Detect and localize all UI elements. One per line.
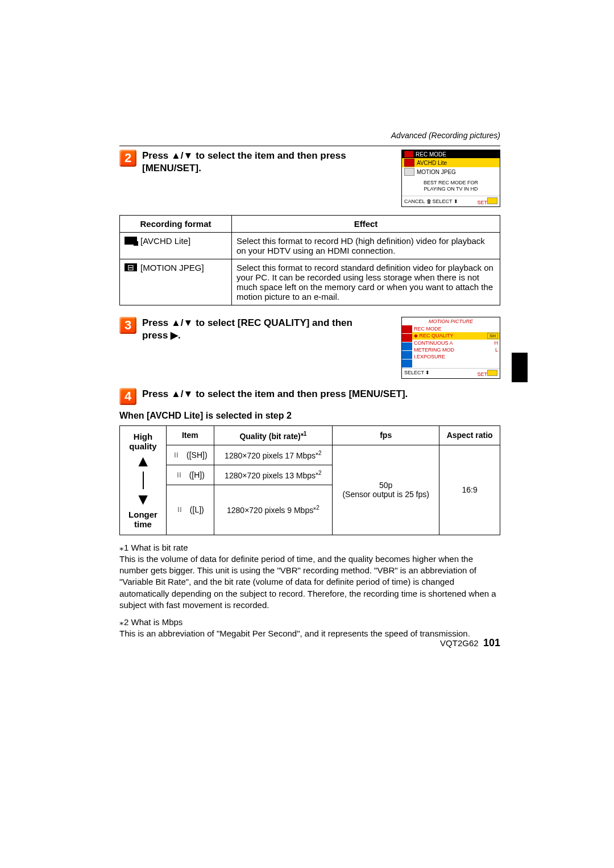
- manual-page: Advanced (Recording pictures) 2 Press ▲/…: [119, 131, 500, 649]
- item-cell: ([L]): [167, 485, 214, 535]
- note-label: ⁎2 What is Mbps: [119, 617, 500, 628]
- select-label: SELECT: [404, 370, 424, 375]
- effect-cell: Select this format to record HD (high de…: [232, 232, 500, 259]
- fps-cell: 50p (Sensor output is 25 fps): [333, 445, 439, 535]
- section-header: Advanced (Recording pictures): [119, 131, 500, 140]
- set-icon: [487, 370, 497, 376]
- footnotes: ⁎1 What is bit rate This is the volume o…: [119, 542, 500, 640]
- format-name: [MOTION JPEG]: [140, 263, 204, 272]
- step-text: Press ▲/▼ to select [REC QUALITY] and th…: [142, 317, 401, 342]
- note-label: ⁎1 What is bit rate: [119, 542, 500, 553]
- axis-bottom-label: Longer time: [122, 510, 164, 529]
- set-label: SET: [477, 200, 487, 205]
- step-3: 3 Press ▲/▼ to select [REC QUALITY] and …: [119, 317, 500, 379]
- desc-line: PLAYING ON TV IN HD: [424, 186, 478, 192]
- aspect-cell: 16:9: [439, 445, 500, 535]
- badge: H: [495, 340, 499, 346]
- effect-cell: Select this format to record standard de…: [232, 259, 500, 305]
- col-header: Aspect ratio: [439, 425, 500, 445]
- quality-table: Item Quality (bit rate)⁎1 fps Aspect rat…: [166, 425, 500, 535]
- menu-item: AVCHD Lite: [417, 160, 447, 166]
- select-label: SELECT: [433, 199, 453, 204]
- text: [MENU/SET].: [142, 163, 201, 173]
- down-arrow-icon: ▼: [135, 491, 151, 507]
- col-header: fps: [333, 425, 439, 445]
- avchd-icon: [404, 159, 414, 167]
- cancel-label: CANCEL: [404, 199, 425, 204]
- quality-table-wrap: High quality ▲ ▼ Longer time Item Qualit…: [119, 425, 500, 535]
- recording-format-table: Recording format Effect [AVCHD Lite] Sel…: [119, 215, 500, 305]
- sidebar-tab: [402, 342, 412, 350]
- item-cell: ([SH]): [167, 445, 214, 465]
- format-cell: [MOTION JPEG]: [120, 259, 232, 305]
- menu-item: ◆ REC QUALITY: [414, 333, 454, 338]
- menu-item: REC MODE: [414, 326, 442, 332]
- badge: L: [495, 347, 498, 353]
- menu-item: I.EXPOSURE: [414, 354, 445, 359]
- sidebar-tab: [402, 325, 412, 333]
- sidebar-tab: [402, 351, 412, 359]
- mjpeg-icon: [125, 263, 137, 271]
- step-number-badge: 4: [119, 388, 136, 405]
- step-number-badge: 3: [119, 317, 136, 334]
- menu-item: CONTINUOUS A: [414, 340, 453, 346]
- menu-title: MOTION PICTURE: [402, 317, 500, 325]
- quality-cell: 1280×720 pixels 13 Mbps⁎2: [214, 465, 333, 485]
- col-header: Effect: [232, 215, 500, 232]
- step-text: Press ▲/▼ to select the item and then pr…: [142, 150, 401, 175]
- axis-line: [143, 472, 144, 489]
- doc-code: VQT2G62: [440, 638, 479, 648]
- quality-cell: 1280×720 pixels 9 Mbps⁎2: [214, 485, 333, 535]
- format-cell: [AVCHD Lite]: [120, 232, 232, 259]
- up-arrow-icon: ▲: [135, 453, 151, 469]
- quality-axis: High quality ▲ ▼ Longer time: [119, 425, 166, 535]
- item-cell: ([H]): [167, 465, 214, 485]
- quality-icon: [176, 472, 187, 480]
- quality-cell: 1280×720 pixels 17 Mbps⁎2: [214, 445, 333, 465]
- text: Press ▲/▼ to select the item and then pr…: [142, 150, 346, 161]
- col-header: Recording format: [120, 215, 232, 232]
- text: Press ▲/▼ to select [REC QUALITY] and th…: [142, 317, 352, 328]
- step-4: 4 Press ▲/▼ to select the item and then …: [119, 388, 500, 640]
- format-name: [AVCHD Lite]: [140, 236, 190, 246]
- badge: SH: [487, 333, 498, 339]
- note-body: This is the volume of data for definite …: [119, 553, 500, 611]
- desc-line: BEST REC MODE FOR: [424, 180, 478, 185]
- menu-screenshot-rec-mode: REC MODE AVCHD Lite MOTION JPEG BEST REC…: [401, 150, 500, 207]
- menu-item: MOTION JPEG: [417, 169, 456, 175]
- page-number: 101: [483, 637, 500, 648]
- step-number-badge: 2: [119, 150, 136, 167]
- menu-item: METERING MOD: [414, 347, 454, 353]
- step-text: Press ▲/▼ to select the item and then pr…: [142, 388, 500, 400]
- page-footer: VQT2G62 101: [440, 637, 500, 649]
- set-icon: [487, 197, 497, 204]
- col-header: Item: [167, 425, 214, 445]
- set-label: SET: [477, 371, 487, 377]
- mjpeg-icon: [404, 168, 414, 176]
- step-2: 2 Press ▲/▼ to select the item and then …: [119, 150, 500, 305]
- rec-icon: [404, 151, 413, 158]
- subheading: When [AVCHD Lite] is selected in step 2: [119, 411, 500, 421]
- menu-title: REC MODE: [416, 151, 446, 158]
- col-header: Quality (bit rate)⁎1: [214, 425, 333, 445]
- sidebar-tab: [402, 359, 412, 367]
- quality-icon: [173, 452, 184, 460]
- rule: [119, 146, 500, 146]
- sidebar-tab: [402, 334, 412, 342]
- thumb-index-tab: [512, 353, 528, 382]
- avchd-icon: [125, 237, 137, 245]
- quality-icon: [176, 506, 188, 514]
- menu-screenshot-motion-picture: MOTION PICTURE REC MODE ◆ REC QUALITYSH …: [401, 317, 500, 379]
- text: press ▶.: [142, 330, 181, 341]
- axis-top-label: High quality: [122, 432, 164, 451]
